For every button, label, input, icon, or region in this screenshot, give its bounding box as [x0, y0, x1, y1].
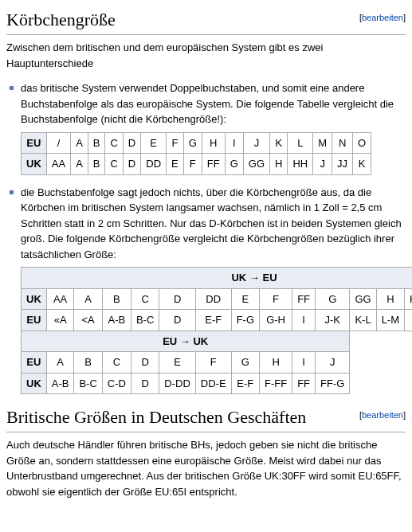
table-row: UKAAABCDDDEFFFGGGHHHJJJK	[22, 154, 371, 175]
table-cell: C	[131, 288, 159, 310]
table-cell: E	[159, 352, 196, 374]
table-cell: B	[88, 132, 105, 154]
section2-paragraph: Auch deutsche Händler führen britische B…	[6, 437, 406, 499]
table-cell: J	[243, 132, 269, 154]
table-cell: D	[123, 132, 140, 154]
table-cell: E	[167, 154, 184, 175]
table-cell: A-B	[102, 310, 131, 331]
header-eu-to-uk: EU → UK	[22, 331, 350, 352]
row-header: UK	[22, 154, 47, 175]
table-uk-eu-conversion: UK → EU UKAAABCDDDEFFFGGGHHHJJJ EU«A<AA-…	[21, 267, 412, 394]
table-cell: M	[313, 132, 332, 154]
table-cell: DD-E	[195, 373, 231, 394]
table-cell: F-G	[231, 310, 259, 331]
table-cell: K	[353, 154, 371, 175]
table-cell: A	[74, 288, 102, 310]
table-cell: D	[131, 373, 159, 394]
bullet-koerbchengroesse: die Buchstabenfolge sagt jedoch nichts, …	[21, 185, 406, 395]
table-row: EUABCDEFGHIJ	[22, 352, 413, 374]
table-cell: E	[141, 132, 167, 154]
table-cell: K	[270, 132, 288, 154]
table-cell: D	[123, 154, 140, 175]
table-cell: FF	[292, 373, 316, 394]
table-buchstabenfolge: EU/ABCDEFGHIJKLMNO UKAAABCDDDEFFFGGGHHHJ…	[21, 132, 371, 175]
table-cell: GG	[243, 154, 269, 175]
table-cell: J	[316, 352, 350, 374]
table-cell: L-M	[376, 310, 404, 331]
table-cell: I	[225, 132, 243, 154]
row-header: UK	[22, 288, 47, 310]
row-header: EU	[22, 310, 47, 331]
table-cell: B	[102, 288, 131, 310]
table-cell: B	[88, 154, 105, 175]
table-cell: J-K	[316, 310, 350, 331]
table-cell: B	[74, 352, 102, 374]
table-row: UKAAABCDDDEFFFGGGHHHJJJ	[22, 288, 413, 310]
table-cell: F-FF	[260, 373, 292, 394]
section-heading-britische-groessen: Britische Größen in Deutschen Geschäften	[6, 404, 406, 432]
table-cell: /	[46, 132, 70, 154]
table-cell: H	[260, 352, 292, 374]
row-header: EU	[22, 132, 47, 154]
bullet1-text: das britische System verwendet Doppelbuc…	[21, 82, 394, 125]
section-heading-koerbchengroesse: Körbchengröße	[6, 6, 406, 35]
row-header: UK	[22, 373, 47, 394]
table-cell: C	[105, 132, 123, 154]
table-cell: JJ	[332, 154, 353, 175]
table-cell: FF	[292, 288, 316, 310]
table-cell: A	[71, 154, 88, 175]
table-cell: N	[405, 310, 412, 331]
table-cell: AA	[46, 154, 70, 175]
table-cell: A-B	[46, 373, 74, 394]
table-cell: G-H	[260, 310, 292, 331]
table-cell: B-C	[74, 373, 102, 394]
table-cell: HH	[288, 154, 313, 175]
header-uk-to-eu: UK → EU	[22, 268, 413, 289]
table-cell: D	[159, 310, 196, 331]
table-cell: F	[195, 352, 231, 374]
table-row: EU/ABCDEFGHIJKLMNO	[22, 132, 371, 154]
table-row: EU«A<AA-BB-CDE-FF-GG-HIJ-KK-LL-MNO-PP-Q	[22, 310, 413, 331]
table-cell: C	[105, 154, 123, 175]
table-cell: O	[353, 132, 371, 154]
row-header: EU	[22, 352, 47, 374]
table-cell: J	[313, 154, 332, 175]
table-cell: G	[316, 288, 350, 310]
table-cell: I	[292, 352, 316, 374]
table-cell: DD	[141, 154, 167, 175]
bullet-doppelbuchstaben: das britische System verwendet Doppelbuc…	[21, 80, 406, 175]
table-cell: D-DD	[159, 373, 196, 394]
table-cell: A	[71, 132, 88, 154]
table-cell: GG	[350, 288, 376, 310]
table-cell: FF	[202, 154, 225, 175]
table-cell: E-F	[231, 373, 259, 394]
table-cell: H	[202, 132, 225, 154]
table-cell: L	[288, 132, 313, 154]
table-cell: B-C	[131, 310, 159, 331]
table-cell: DD	[195, 288, 231, 310]
intro-paragraph: Zwischen dem britischen und dem europäis…	[6, 40, 406, 71]
table-cell: N	[332, 132, 353, 154]
table-cell: A	[46, 352, 74, 374]
table-row: UKA-BB-CC-DDD-DDDD-EE-FF-FFFFFF-G	[22, 373, 413, 394]
table-cell: G	[225, 154, 243, 175]
table-cell: C	[102, 352, 131, 374]
table-cell: C-D	[102, 373, 131, 394]
table-cell: G	[183, 132, 202, 154]
table-cell: I	[292, 310, 316, 331]
table-cell: F	[167, 132, 184, 154]
bullet2-text: die Buchstabenfolge sagt jedoch nichts, …	[21, 186, 402, 260]
table-cell: <A	[74, 310, 102, 331]
table-cell: D	[131, 352, 159, 374]
table-cell: E-F	[195, 310, 231, 331]
table-cell: F	[183, 154, 202, 175]
table-cell: AA	[46, 288, 74, 310]
table-cell: H	[270, 154, 288, 175]
table-cell: FF-G	[316, 373, 350, 394]
table-cell: K-L	[350, 310, 376, 331]
table-cell: G	[231, 352, 259, 374]
table-cell: H	[376, 288, 404, 310]
table-cell: HH	[405, 288, 412, 310]
table-cell: D	[159, 288, 196, 310]
table-cell: E	[231, 288, 259, 310]
